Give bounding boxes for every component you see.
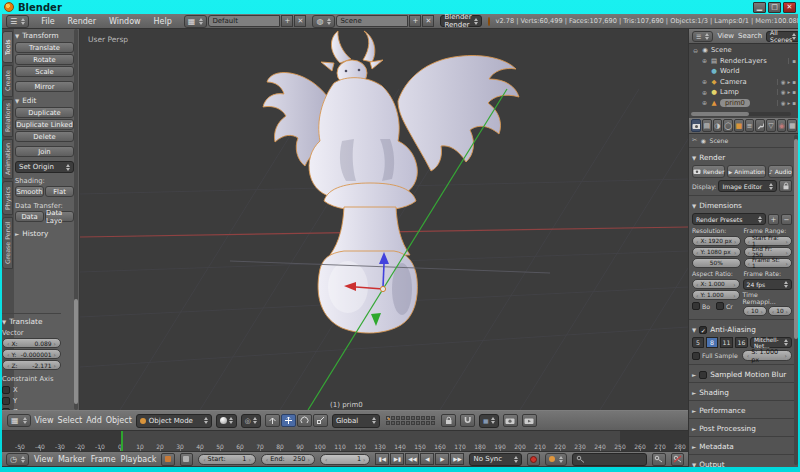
render-still-button[interactable]: Render [692,165,725,178]
start-frame-field[interactable]: ‹Start Fra: 1› [744,236,793,246]
duplicate-linked-button[interactable]: Duplicate Linked [15,119,74,130]
tab-material[interactable]: ◉ [777,119,787,132]
panel-header-anti-aliasing[interactable]: ▼✓Anti-Aliasing [692,325,792,334]
tab-grease-pencil[interactable]: Grease Pencil [2,217,13,269]
preview-range-button[interactable] [161,453,174,466]
tool-shelf-scrollbar[interactable] [74,29,78,410]
panel-header-render[interactable]: ▼Render [692,153,792,162]
data-layout-button[interactable]: Data Layo [45,211,74,222]
aspect-y-field[interactable]: ‹Y: 1.000› [692,290,740,300]
render-audio-button[interactable]: ♪Audio [768,165,793,178]
tab-render-layers[interactable]: ▤ [702,119,712,132]
play-reverse-button[interactable]: ◀ [420,453,434,465]
prev-keyframe-button[interactable]: ◀◀ [405,453,419,465]
properties-scrollbar[interactable] [794,135,798,465]
lock-to-scene-button[interactable] [441,414,456,427]
panel-header-transform[interactable]: ▼Transform [15,31,74,40]
gargoyle-statue-model[interactable] [263,31,519,333]
set-origin-dropdown[interactable]: Set Origin [15,161,74,173]
display-filter-dropdown[interactable]: All Scenes [766,31,798,42]
smooth-button[interactable]: Smooth [15,186,44,197]
manipulator-center[interactable] [380,286,385,291]
constraint-x-checkbox[interactable] [2,386,10,394]
scene-add-button[interactable]: + [409,15,421,27]
layout-delete-button[interactable]: ✕ [294,15,306,27]
scene-browse-button[interactable]: ◍ [312,15,335,28]
full-sample-checkbox[interactable] [692,352,700,360]
tab-physics[interactable]: Physics [2,181,13,215]
renderability-icon[interactable]: ▪ [792,89,796,95]
fps-dropdown[interactable]: 24 fps [743,279,792,290]
menu-help[interactable]: Help [154,17,172,26]
translate-button[interactable]: Translate [15,42,74,53]
display-dropdown[interactable]: Image Editor [718,180,777,192]
tab-object[interactable]: ■ [734,119,744,132]
layout-name-field[interactable]: Default [208,15,280,27]
end-frame-field[interactable]: ‹End:250› [261,454,315,465]
current-frame-marker[interactable] [121,431,123,451]
remap-new-field[interactable]: ‹10› [768,306,792,316]
renderability-icon[interactable]: ▪ [792,79,796,85]
menu-marker[interactable]: Marker [58,455,86,464]
timeline-ruler[interactable]: -50-40-30-20-100102030405060708090100110… [2,431,688,451]
insert-keyframe-button[interactable] [652,453,665,466]
aa-samples-16-button[interactable]: 16 [735,337,748,348]
current-frame-field[interactable]: ‹1› [320,454,371,465]
manipulator-axis-button[interactable] [265,414,280,427]
resolution-percentage-slider[interactable]: 50% [692,258,741,268]
selectability-icon[interactable]: ▸ [788,79,791,85]
tab-texture[interactable]: ▦ [787,119,797,132]
record-button[interactable] [527,453,540,466]
rotate-button[interactable]: Rotate [15,54,74,65]
aspect-x-field[interactable]: ‹X: 1.000› [692,279,740,289]
outliner-row-camera[interactable]: ⊕ ◆ Camera ◉▸▪ [689,77,798,88]
add-preset-button[interactable]: + [768,214,779,225]
expand-icon[interactable]: ⊕ [701,57,708,64]
expand-icon[interactable]: ⊕ [701,78,708,85]
menu-frame[interactable]: Frame [91,455,116,464]
visibility-icon[interactable]: ◉ [781,89,786,95]
tab-modifiers[interactable] [755,119,765,132]
menu-search[interactable]: Search [738,32,762,40]
vector-z-field[interactable]: ‹Z:-2.171› [2,360,61,370]
duplicate-button[interactable]: Duplicate [15,107,74,118]
constraint-y-checkbox[interactable] [2,397,10,405]
outliner-row-lamp[interactable]: ⊕ ● Lamp ◉▸▪ [689,87,798,98]
tab-data[interactable]: ▽ [766,119,776,132]
vector-x-field[interactable]: ‹X:0.089› [2,338,61,348]
aa-filter-dropdown[interactable]: Mitchell-Net... [750,337,792,348]
editor-type-button[interactable]: ☰ [6,15,29,28]
panel-header-motion-blur[interactable]: ►Sampled Motion Blur [692,370,792,379]
layer-buttons[interactable] [386,416,435,425]
editor-type-button[interactable]: ◷ [6,453,29,466]
maximize-button[interactable]: □ [768,2,781,13]
mirror-button[interactable]: Mirror [15,81,74,92]
delete-keyframe-button[interactable] [671,453,684,466]
delete-button[interactable]: Delete [15,131,74,142]
menu-view[interactable]: View [717,32,734,40]
data-button[interactable]: Data [15,211,44,222]
minimize-button[interactable]: ▁ [753,2,766,13]
filter-size-field[interactable]: ‹S: 1.000 px› [742,350,792,361]
sync-dropdown[interactable]: No Sync [469,453,521,466]
selectability-icon[interactable]: ▸ [788,100,791,106]
pivot-point-dropdown[interactable]: ◎ [241,414,261,428]
menu-file[interactable]: File [41,17,54,26]
panel-header-edit[interactable]: ▼Edit [15,96,74,105]
expand-icon[interactable]: ⊕ [701,99,708,106]
selectability-icon[interactable]: ▸ [788,89,791,95]
scene-delete-button[interactable]: ✕ [422,15,434,27]
panel-header-metadata[interactable]: ►Metadata [692,442,792,451]
layout-add-button[interactable]: + [281,15,293,27]
render-animation-button[interactable]: ▶Animation [727,165,765,178]
jump-to-end-button[interactable]: ▶▮ [390,453,404,465]
render-opengl-button[interactable] [503,414,518,427]
manipulator-scale-button[interactable] [313,414,328,427]
outliner-row-prim0[interactable]: ⊕ ▲ prim0 ◉▸▪ [689,98,798,109]
aa-samples-11-button[interactable]: 11 [720,337,733,348]
manipulator-translate-button[interactable] [281,414,296,427]
3d-viewport[interactable]: User Persp (1) prim0 [80,29,688,410]
menu-view[interactable]: View [34,455,53,464]
frame-step-field[interactable]: ‹Frame St: 1› [744,258,793,268]
viewport-shading-dropdown[interactable] [216,414,237,428]
